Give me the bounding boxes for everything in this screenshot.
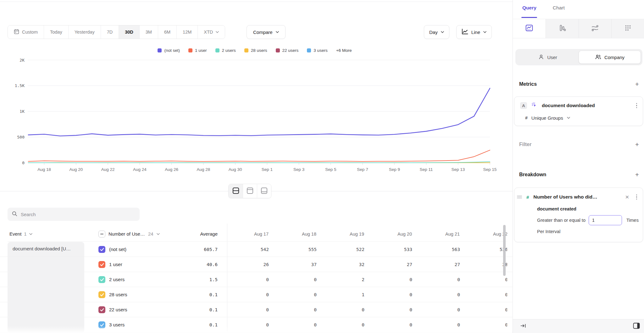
row-checkbox[interactable] xyxy=(98,261,105,268)
tab-query[interactable]: Query xyxy=(522,5,536,11)
x-axis-tick-label: Aug 28 xyxy=(197,167,210,172)
scope-user-option[interactable]: User xyxy=(517,51,579,64)
legend-label: 1 user xyxy=(195,48,207,53)
range-label: XTD xyxy=(204,30,213,35)
row-values: 002000 xyxy=(237,272,507,287)
search-box xyxy=(8,208,140,221)
row-checkbox[interactable] xyxy=(98,291,105,298)
condition-value-input[interactable] xyxy=(589,215,622,225)
range-label: 7D xyxy=(107,30,113,35)
side-panel-icon[interactable] xyxy=(633,323,640,330)
layout-split-button[interactable] xyxy=(229,184,243,198)
x-axis-tick-label: Aug 24 xyxy=(133,167,147,172)
breakdown-title: Breakdown xyxy=(519,172,546,177)
chart-type-dropdown[interactable]: Line xyxy=(456,25,492,39)
results-table: (not set)605.75425555225335635361 user40… xyxy=(0,242,513,332)
legend-label: 3 users xyxy=(314,48,327,53)
data-cell: 27 xyxy=(429,257,476,272)
legend-item[interactable]: (not set) xyxy=(158,48,180,53)
date-column-header: Aug 20 xyxy=(381,227,429,241)
data-cell: 0 xyxy=(381,302,429,317)
range-12m-button[interactable]: 12M xyxy=(176,25,197,39)
data-cell: 0 xyxy=(429,287,476,302)
x-axis-tick-label: Sep 5 xyxy=(325,167,336,172)
interval-dropdown[interactable]: Day xyxy=(424,25,449,39)
range-xtd-button[interactable]: XTD xyxy=(197,25,225,39)
metric-menu-button[interactable] xyxy=(635,102,639,110)
chart-type-flow-tab[interactable] xyxy=(579,19,612,38)
range-30d-button[interactable]: 30D xyxy=(119,25,139,39)
legend-item[interactable]: 2 users xyxy=(215,48,236,53)
hash-icon: # xyxy=(525,115,528,120)
row-checkbox[interactable] xyxy=(98,276,105,283)
row-checkbox[interactable] xyxy=(98,306,105,313)
average-column-header: Average xyxy=(170,227,218,241)
chevron-down-icon xyxy=(483,31,486,33)
legend-item[interactable]: 22 users xyxy=(276,48,299,53)
chart-type-line-tab[interactable] xyxy=(513,19,546,38)
data-cell: 0 xyxy=(333,302,381,317)
average-value: 40.6 xyxy=(170,257,218,272)
legend-swatch xyxy=(307,48,311,52)
add-filter-button[interactable]: + xyxy=(635,141,639,148)
add-breakdown-button[interactable]: + xyxy=(635,172,639,178)
data-cell: 0 xyxy=(285,302,333,317)
row-checkbox[interactable] xyxy=(98,246,105,253)
event-count: 1 xyxy=(24,227,26,241)
active-tab-underline xyxy=(521,17,537,18)
add-metric-button[interactable]: + xyxy=(635,81,639,87)
scope-toggle: User Company xyxy=(515,49,642,65)
chart-series xyxy=(28,88,490,136)
layout-bottom-button[interactable] xyxy=(257,184,271,198)
aggregation-dropdown[interactable]: Unique Groups xyxy=(531,115,563,121)
compare-button[interactable]: Compare xyxy=(247,25,286,39)
layout-top-button[interactable] xyxy=(243,184,257,198)
collapse-panel-icon[interactable] xyxy=(520,323,526,330)
close-icon[interactable]: × xyxy=(625,194,629,200)
vertical-scrollbar-thumb[interactable] xyxy=(503,225,506,276)
data-cell: 536 xyxy=(476,242,507,257)
drag-handle-icon[interactable] xyxy=(517,195,522,199)
legend-more-link[interactable]: +6 More xyxy=(336,48,352,53)
chart-type-grid-tab[interactable] xyxy=(611,19,644,38)
select-all-checkbox[interactable] xyxy=(98,231,105,237)
person-icon xyxy=(538,54,544,61)
legend-item[interactable]: 28 users xyxy=(244,48,267,53)
range-custom-button[interactable]: Custom xyxy=(8,25,44,39)
range-yesterday-button[interactable]: Yesterday xyxy=(68,25,101,39)
search-input[interactable] xyxy=(21,212,135,217)
series-label: 28 users xyxy=(109,287,127,302)
people-icon xyxy=(595,54,601,61)
data-cell: 32 xyxy=(333,257,381,272)
range-label: Custom xyxy=(22,30,38,35)
panel-bottom-icon xyxy=(260,187,268,195)
breakdown-menu-button[interactable] xyxy=(635,193,639,201)
table-row: 2 users1.5002000 xyxy=(0,272,513,287)
line-chart: 05001K1.5K2KAug 18Aug 20Aug 22Aug 24Aug … xyxy=(0,56,509,179)
tab-chart[interactable]: Chart xyxy=(553,5,565,11)
range-3m-button[interactable]: 3M xyxy=(139,25,158,39)
range-7d-button[interactable]: 7D xyxy=(101,25,119,39)
data-cell: 26 xyxy=(237,257,285,272)
group-count: 24 xyxy=(148,227,153,241)
condition-unit: Times xyxy=(626,218,639,223)
x-axis-tick-label: Aug 18 xyxy=(37,167,51,172)
x-axis-tick-label: Aug 22 xyxy=(101,167,115,172)
event-column-header[interactable]: Event 1 xyxy=(9,227,32,241)
range-today-button[interactable]: Today xyxy=(44,25,68,39)
legend-item[interactable]: 3 users xyxy=(307,48,327,53)
interval-label: Per Interval xyxy=(514,227,643,236)
scope-company-option[interactable]: Company xyxy=(579,51,641,64)
chart-type-bar-tab[interactable] xyxy=(546,19,579,38)
flow-icon xyxy=(591,24,599,33)
metric-card[interactable]: A document downloaded # Unique Groups xyxy=(514,96,643,126)
x-axis-tick-label: Sep 11 xyxy=(420,167,433,172)
legend-item[interactable]: 1 user xyxy=(188,48,207,53)
y-axis-tick-label: 500 xyxy=(17,135,25,139)
chevron-down-icon xyxy=(441,31,444,33)
date-column-header: Aug 21 xyxy=(429,227,476,241)
data-cell: 542 xyxy=(237,242,285,257)
range-6m-button[interactable]: 6M xyxy=(158,25,176,39)
metrics-section-header: Metrics + xyxy=(519,81,639,87)
chevron-down-icon[interactable] xyxy=(157,233,160,235)
